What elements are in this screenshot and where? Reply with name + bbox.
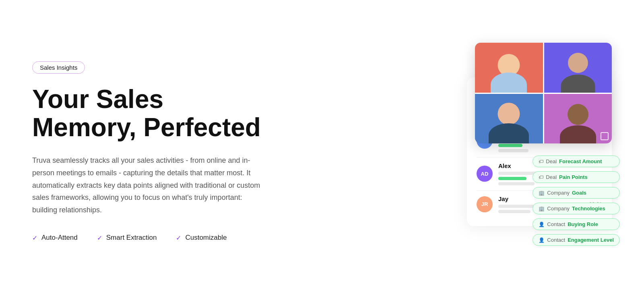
expand-icon (601, 132, 609, 140)
tag-category-6: Contact (547, 237, 565, 243)
check-icon-2: ✓ (97, 234, 102, 242)
bar-green-3 (498, 144, 522, 147)
person-shape-3 (475, 94, 543, 144)
video-cell-1 (475, 43, 543, 93)
bar-gray-6 (498, 210, 530, 213)
video-cell-3 (475, 94, 543, 144)
tag-icon-5: 👤 (539, 222, 545, 227)
tag-category-4: Company (547, 205, 570, 212)
tag-category-1: Deal (546, 158, 557, 164)
person-head-4 (568, 104, 588, 125)
description: Truva seamlessly tracks all your sales a… (32, 154, 266, 216)
features-list: ✓ Auto-Attend ✓ Smart Extraction ✓ Custo… (32, 234, 290, 242)
tag-value-6: Engagement Level (568, 237, 614, 243)
tag-category-3: Company (547, 190, 570, 196)
bar-green-4 (498, 177, 526, 180)
bar-gray-2 (498, 149, 528, 152)
tag-icon-1: 🏷 (539, 159, 543, 164)
tag-icon-6: 👤 (539, 237, 545, 243)
tag-value-1: Forecast Amount (559, 158, 602, 164)
feature-smart-extraction: ✓ Smart Extraction (97, 234, 157, 242)
tag-company-goals: 🏢 Company Goals (533, 187, 620, 199)
feature-label-2: Smart Extraction (106, 234, 157, 242)
person-head-2 (568, 53, 588, 73)
page-wrapper: Sales Insights Your Sales Memory, Perfec… (0, 0, 644, 303)
feature-customizable: ✓ Customizable (176, 234, 227, 242)
avatar-jay: JR (477, 196, 493, 212)
check-icon-3: ✓ (176, 234, 181, 242)
person-body-4 (560, 125, 596, 143)
person-body-2 (561, 75, 595, 93)
tag-icon-2: 🏷 (539, 174, 543, 180)
person-body-1 (491, 73, 527, 93)
check-icon-1: ✓ (32, 234, 37, 242)
feature-auto-attend: ✓ Auto-Attend (32, 234, 78, 242)
tag-deal-pain-points: 🏷 Deal Pain Points (533, 171, 620, 183)
person-body-3 (489, 123, 529, 143)
headline-line1: Your Sales (32, 85, 163, 114)
tag-category-2: Deal (546, 174, 557, 180)
tags-panel: 🏷 Deal Forecast Amount 🏷 Deal Pain Point… (533, 156, 620, 246)
person-head-3 (498, 103, 520, 125)
tag-value-4: Technologies (572, 205, 605, 212)
headline-line2: Memory, Perfected (32, 113, 261, 142)
avatar-alex: AD (477, 166, 493, 182)
video-grid (475, 43, 612, 143)
bar-gray-4 (498, 182, 535, 185)
left-column: Sales Insights Your Sales Memory, Perfec… (32, 61, 314, 242)
feature-label-1: Auto-Attend (41, 234, 78, 242)
tag-company-technologies: 🏢 Company Technologies (533, 203, 620, 214)
tag-value-5: Buying Role (568, 221, 598, 227)
video-cell-2 (544, 43, 612, 93)
tag-contact-engagement: 👤 Contact Engagement Level (533, 234, 620, 246)
person-shape-1 (475, 43, 543, 93)
person-shape-2 (544, 43, 612, 93)
right-column: KD Khari SL Susan (314, 31, 612, 272)
badge: Sales Insights (32, 61, 85, 74)
tag-deal-forecast: 🏷 Deal Forecast Amount (533, 156, 620, 167)
tag-contact-buying-role: 👤 Contact Buying Role (533, 218, 620, 230)
headline: Your Sales Memory, Perfected (32, 85, 290, 142)
tag-icon-3: 🏢 (539, 190, 545, 196)
tag-category-5: Contact (547, 221, 565, 227)
tag-value-3: Goals (572, 190, 586, 196)
video-cell-4 (544, 94, 612, 144)
tag-value-2: Pain Points (559, 174, 588, 180)
tag-icon-4: 🏢 (539, 206, 545, 212)
feature-label-3: Customizable (185, 234, 227, 242)
